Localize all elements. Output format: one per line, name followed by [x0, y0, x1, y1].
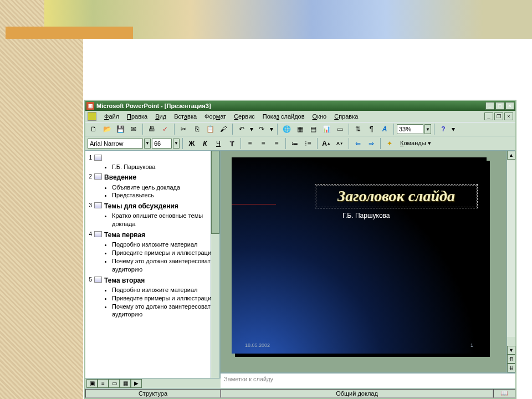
menu-file[interactable]: Файл — [101, 112, 122, 121]
numbered-list-button[interactable]: ≔ — [289, 137, 301, 150]
outline-slide-title[interactable]: Тема первая — [104, 231, 145, 239]
toolbar-more[interactable]: ▾ — [451, 123, 456, 135]
new-slide-button[interactable]: ▭ — [334, 123, 346, 135]
slide-thumbnail-icon[interactable] — [94, 202, 102, 208]
increase-font-button[interactable]: A▲ — [320, 137, 332, 150]
slide-area[interactable]: Заголовок слайда Г.Б. Паршукова 18.05.20… — [221, 151, 515, 372]
slide-canvas[interactable]: Заголовок слайда Г.Б. Паршукова 18.05.20… — [232, 157, 487, 354]
slide-thumbnail-icon[interactable] — [94, 277, 102, 283]
format-painter-button[interactable]: 🖌 — [217, 123, 229, 135]
underline-button[interactable]: Ч — [212, 137, 224, 150]
align-center-button[interactable]: ≡ — [257, 137, 269, 150]
slide-thumbnail-icon[interactable] — [94, 155, 102, 161]
outline-slide[interactable]: 1 — [86, 154, 218, 162]
outline-view-button[interactable]: ≡ — [98, 379, 109, 388]
slide-title-placeholder[interactable]: Заголовок слайда — [315, 184, 478, 208]
outline-slide-title[interactable]: Тема вторая — [104, 276, 145, 285]
outline-bullet[interactable]: Представьтесь — [112, 191, 218, 200]
copy-button[interactable]: ⎘ — [191, 123, 203, 135]
outline-slide-title[interactable]: Темы для обсуждения — [104, 202, 178, 211]
outline-slide-title[interactable]: Введение — [104, 173, 136, 182]
save-button[interactable]: 💾 — [114, 123, 126, 135]
menu-help[interactable]: Справка — [331, 112, 361, 121]
outline-slide[interactable]: 4Тема первая — [86, 231, 218, 239]
slide-title-text[interactable]: Заголовок слайда — [337, 187, 455, 205]
mdi-restore-button[interactable]: ❐ — [494, 112, 503, 120]
redo-button[interactable]: ↷ — [255, 123, 268, 135]
menu-view[interactable]: Вид — [152, 112, 170, 121]
font-name-dropdown[interactable]: ▼ — [144, 139, 151, 149]
zoom-input[interactable]: 33% — [397, 124, 423, 134]
new-button[interactable]: 🗋 — [88, 123, 100, 135]
tables-button[interactable]: ▤ — [307, 123, 319, 135]
outline-bullet[interactable]: Почему это должно заинтересовать аудитор… — [112, 257, 218, 274]
menu-format[interactable]: Формат — [201, 112, 229, 121]
italic-button[interactable]: К — [199, 137, 211, 150]
slide-thumbnail-icon[interactable] — [94, 231, 102, 237]
outline-bullet[interactable]: Подробно изложите материал — [112, 241, 218, 249]
document-icon[interactable] — [88, 112, 96, 121]
font-size-dropdown[interactable]: ▼ — [173, 139, 180, 149]
menu-edit[interactable]: Правка — [124, 112, 151, 121]
outline-slide[interactable]: 5Тема вторая — [86, 276, 218, 285]
menu-tools[interactable]: Сервис — [231, 112, 258, 121]
mdi-minimize-button[interactable]: _ — [484, 112, 493, 120]
align-left-button[interactable]: ≡ — [244, 137, 256, 150]
outline-slide[interactable]: 3Темы для обсуждения — [86, 202, 218, 211]
menu-slideshow[interactable]: Показ слайдов — [259, 112, 308, 121]
next-slide-button[interactable]: ⇊ — [507, 364, 515, 372]
cut-button[interactable]: ✂ — [177, 123, 190, 135]
slideshow-view-button[interactable]: ▶ — [131, 379, 142, 388]
outline-bullet[interactable]: Кратко опишите основные темы доклада — [112, 212, 218, 228]
maximize-button[interactable]: □ — [495, 102, 504, 110]
bullet-list-button[interactable]: ⁝≡ — [302, 137, 314, 150]
spellcheck-button[interactable]: ✓ — [159, 123, 171, 135]
print-button[interactable]: 🖶 — [146, 123, 158, 135]
outline-pane[interactable]: 1Г.Б. Паршукова2ВведениеОбъявите цель до… — [85, 151, 221, 388]
slide-thumbnail-icon[interactable] — [94, 173, 102, 180]
undo-dropdown[interactable]: ▾ — [249, 123, 254, 135]
scroll-up-button[interactable]: ▲ — [507, 151, 515, 160]
open-button[interactable]: 📂 — [101, 123, 113, 135]
scroll-down-button[interactable]: ▼ — [507, 346, 515, 355]
chart-button[interactable]: 📊 — [320, 123, 332, 135]
align-right-button[interactable]: ≡ — [270, 137, 283, 150]
outline-bullet[interactable]: Объявите цель доклада — [112, 183, 218, 192]
normal-view-button[interactable]: ▣ — [86, 379, 98, 388]
shadow-button[interactable]: T — [226, 137, 238, 150]
hyperlink-button[interactable]: 🌐 — [280, 123, 293, 135]
outline-bullet[interactable]: Приведите примеры и иллюстрации — [112, 249, 218, 257]
slide-view-button[interactable]: ▭ — [109, 379, 120, 388]
mdi-close-button[interactable]: × — [504, 112, 513, 120]
web-toolbar-button[interactable]: ▦ — [294, 123, 306, 135]
promote-button[interactable]: ⇐ — [352, 137, 364, 150]
undo-button[interactable]: ↶ — [236, 123, 248, 135]
paste-button[interactable]: 📋 — [204, 123, 216, 135]
sorter-view-button[interactable]: ▦ — [120, 379, 131, 388]
font-name-input[interactable]: Arial Narrow — [88, 139, 143, 149]
slide-scrollbar[interactable]: ▲ ▼ ⇈ ⇊ — [507, 151, 515, 372]
minimize-button[interactable]: _ — [485, 102, 494, 110]
notes-pane[interactable]: Заметки к слайду — [221, 372, 515, 388]
mail-button[interactable]: ✉ — [127, 123, 140, 135]
bold-button[interactable]: Ж — [186, 137, 198, 150]
outline-scrollbar[interactable] — [211, 151, 219, 388]
zoom-dropdown[interactable]: ▼ — [424, 124, 431, 134]
menu-insert[interactable]: Вставка — [171, 112, 200, 121]
outline-bullet[interactable]: Почему это должно заинтересовать аудитор… — [112, 303, 218, 319]
decrease-font-button[interactable]: A▼ — [334, 137, 346, 150]
title-bar[interactable]: ▣ Microsoft PowerPoint - [Презентация3] … — [85, 101, 515, 111]
prev-slide-button[interactable]: ⇈ — [507, 355, 515, 364]
animation-effects-button[interactable]: ✦ — [383, 137, 396, 150]
outline-bullet[interactable]: Приведите примеры и иллюстрации — [112, 294, 218, 303]
outline-bullet[interactable]: Г.Б. Паршукова — [112, 163, 218, 171]
expand-button[interactable]: ⇅ — [352, 123, 364, 135]
font-size-input[interactable]: 66 — [152, 139, 172, 149]
menu-window[interactable]: Окно — [309, 112, 330, 121]
help-button[interactable]: ? — [437, 123, 449, 135]
close-button[interactable]: × — [505, 102, 514, 110]
outline-bullet[interactable]: Подробно изложите материал — [112, 286, 218, 294]
grayscale-button[interactable]: A — [378, 123, 391, 135]
show-formatting-button[interactable]: ¶ — [365, 123, 377, 135]
slide-subtitle-text[interactable]: Г.Б. Паршукова — [342, 212, 390, 219]
